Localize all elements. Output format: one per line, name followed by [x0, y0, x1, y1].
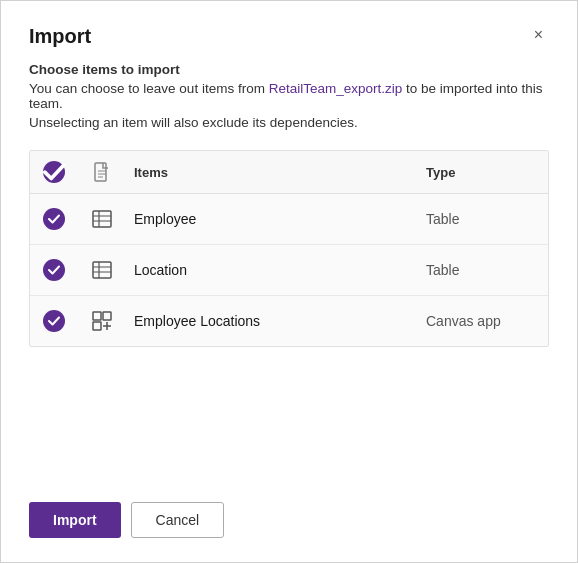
dialog-header: Import × — [29, 25, 549, 48]
row3-checkbox[interactable] — [30, 310, 78, 332]
svg-rect-14 — [93, 322, 101, 330]
table-header: Items Type — [30, 151, 548, 194]
close-button[interactable]: × — [528, 25, 549, 45]
dialog-footer: Import Cancel — [29, 482, 549, 538]
header-items: Items — [126, 165, 418, 180]
svg-rect-8 — [93, 262, 111, 278]
row3-icon — [78, 311, 126, 331]
row1-type: Table — [418, 211, 548, 227]
row2-checkbox[interactable] — [30, 259, 78, 281]
import-button[interactable]: Import — [29, 502, 121, 538]
row3-name: Employee Locations — [126, 313, 418, 329]
description: You can choose to leave out items from R… — [29, 81, 549, 111]
header-type: Type — [418, 165, 548, 180]
dialog-title: Import — [29, 25, 91, 48]
header-icon-cell — [78, 162, 126, 182]
file-link[interactable]: RetailTeam_export.zip — [269, 81, 403, 96]
canvas-icon — [92, 311, 112, 331]
table-row: Employee Locations Canvas app — [30, 296, 548, 346]
check-circle-2 — [43, 259, 65, 281]
header-check-icon — [43, 161, 65, 183]
description-part1: You can choose to leave out items from — [29, 81, 269, 96]
check-circle-3 — [43, 310, 65, 332]
table-icon-2 — [92, 261, 112, 279]
table-row: Location Table — [30, 245, 548, 296]
row1-name: Employee — [126, 211, 418, 227]
check-circle-1 — [43, 208, 65, 230]
items-table: Items Type Employee Tab — [29, 150, 549, 347]
svg-rect-0 — [95, 163, 106, 181]
header-checkbox-cell — [30, 161, 78, 183]
subtitle-heading: Choose items to import — [29, 62, 549, 77]
row1-checkbox[interactable] — [30, 208, 78, 230]
row2-type: Table — [418, 262, 548, 278]
row2-name: Location — [126, 262, 418, 278]
header-file-icon — [93, 162, 111, 182]
row2-icon — [78, 261, 126, 279]
svg-rect-4 — [93, 211, 111, 227]
table-icon-1 — [92, 210, 112, 228]
cancel-button[interactable]: Cancel — [131, 502, 225, 538]
row3-type: Canvas app — [418, 313, 548, 329]
import-dialog: Import × Choose items to import You can … — [0, 0, 578, 563]
svg-rect-12 — [93, 312, 101, 320]
note: Unselecting an item will also exclude it… — [29, 115, 549, 130]
subtitle-text: Choose items to import — [29, 62, 180, 77]
svg-rect-13 — [103, 312, 111, 320]
table-row: Employee Table — [30, 194, 548, 245]
row1-icon — [78, 210, 126, 228]
